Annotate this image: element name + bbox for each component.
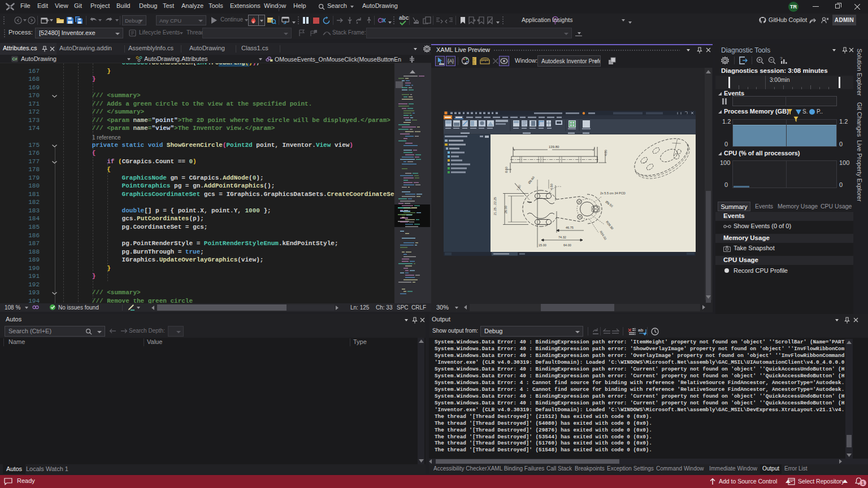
svg-text:139.80: 139.80 xyxy=(549,145,559,149)
svg-text:21.25 , 22.25: 21.25 , 22.25 xyxy=(493,197,497,215)
svg-text:46.75: 46.75 xyxy=(566,226,574,229)
svg-text:26.00: 26.00 xyxy=(504,206,507,213)
svg-text:2x 5.5 cm 34 PCD: 2x 5.5 cm 34 PCD xyxy=(600,191,626,195)
svg-text:4.50: 4.50 xyxy=(550,184,553,190)
svg-text:8.60: 8.60 xyxy=(505,167,508,173)
svg-text:74.32: 74.32 xyxy=(558,236,566,239)
svg-text:?: ? xyxy=(780,56,783,61)
svg-text:64.00: 64.00 xyxy=(563,243,571,247)
svg-text:4.00: 4.00 xyxy=(604,150,607,156)
svg-text:15.00: 15.00 xyxy=(539,243,546,247)
